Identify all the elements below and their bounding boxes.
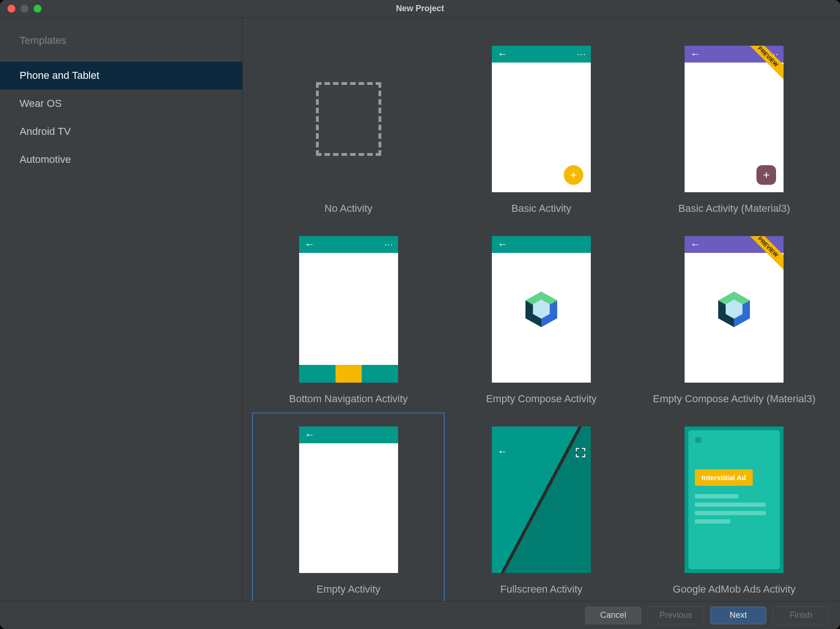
dialog-body: Templates Phone and Tablet Wear OS Andro… bbox=[0, 18, 840, 601]
compose-logo-icon bbox=[717, 291, 751, 328]
template-basic-activity-m3[interactable]: ← ⋮ PREVIEW + Basic Activity (Material3) bbox=[638, 32, 831, 222]
cancel-button[interactable]: Cancel bbox=[585, 607, 641, 624]
template-basic-activity[interactable]: ← ⋮ + Basic Activity bbox=[445, 32, 637, 222]
minimize-window-icon[interactable] bbox=[21, 5, 28, 13]
templates-sidebar: Templates Phone and Tablet Wear OS Andro… bbox=[0, 18, 243, 601]
template-thumbnail: ← bbox=[492, 236, 591, 383]
back-arrow-icon: ← bbox=[305, 429, 315, 441]
template-empty-compose-m3[interactable]: ← PREVIEW Empty Compose Activity (Materi… bbox=[638, 222, 831, 412]
template-fullscreen-activity[interactable]: ← ← Fullscreen Activity bbox=[445, 412, 637, 601]
back-arrow-icon: ← bbox=[690, 48, 700, 60]
next-button[interactable]: Next bbox=[710, 607, 766, 624]
close-window-icon[interactable] bbox=[7, 5, 15, 13]
new-project-window: New Project Templates Phone and Tablet W… bbox=[0, 0, 840, 629]
template-label: Fullscreen Activity bbox=[500, 583, 582, 595]
dialog-footer: Cancel Previous Next Finish bbox=[0, 601, 840, 629]
overflow-menu-icon: ⋮ bbox=[576, 50, 587, 58]
template-label: Empty Compose Activity (Material3) bbox=[653, 393, 815, 405]
window-title: New Project bbox=[396, 4, 444, 14]
bottom-nav-icon bbox=[299, 365, 398, 383]
appbar-icon: ← ⋮ bbox=[492, 46, 591, 63]
zoom-window-icon[interactable] bbox=[34, 5, 42, 13]
fab-plus-icon: + bbox=[756, 165, 776, 185]
template-label: No Activity bbox=[324, 203, 372, 215]
template-label: Basic Activity bbox=[511, 203, 571, 215]
template-label: Google AdMob Ads Activity bbox=[673, 583, 796, 595]
ad-button-label: Interstitial Ad bbox=[695, 469, 752, 486]
finish-button[interactable]: Finish bbox=[773, 607, 829, 624]
sidebar-item-phone-tablet[interactable]: Phone and Tablet bbox=[0, 62, 242, 90]
sidebar-item-wear-os[interactable]: Wear OS bbox=[0, 90, 242, 118]
back-arrow-icon: ← bbox=[497, 446, 508, 458]
template-admob-ads[interactable]: Interstitial Ad Google AdMob Ads Activit… bbox=[638, 412, 831, 601]
template-thumbnail: Interstitial Ad bbox=[685, 426, 784, 573]
back-arrow-icon: ← bbox=[305, 238, 315, 251]
template-label: Bottom Navigation Activity bbox=[289, 393, 407, 405]
dashed-placeholder-icon bbox=[316, 82, 381, 156]
sidebar-item-android-tv[interactable]: Android TV bbox=[0, 118, 242, 146]
appbar-icon: ← bbox=[299, 426, 398, 443]
ad-card-icon: Interstitial Ad bbox=[688, 430, 780, 569]
template-no-activity[interactable]: No Activity bbox=[252, 32, 445, 222]
template-thumbnail: ← ⋮ + bbox=[492, 46, 591, 192]
template-thumbnail: ← bbox=[299, 426, 398, 573]
fullscreen-icon bbox=[576, 448, 585, 457]
back-arrow-icon: ← bbox=[497, 48, 508, 60]
back-arrow-icon: ← bbox=[690, 238, 700, 251]
fab-plus-icon: + bbox=[564, 165, 583, 185]
template-empty-compose[interactable]: ← Empty Compose Activity bbox=[445, 222, 637, 412]
template-label: Basic Activity (Material3) bbox=[679, 203, 791, 215]
template-label: Empty Compose Activity bbox=[486, 393, 596, 405]
titlebar: New Project bbox=[0, 0, 840, 18]
template-thumbnail: ← PREVIEW bbox=[685, 236, 784, 383]
template-label: Empty Activity bbox=[316, 583, 380, 595]
template-thumbnail: ← ⋮ bbox=[299, 236, 398, 383]
appbar-icon: ← bbox=[492, 236, 591, 253]
template-thumbnail: ← ← bbox=[492, 426, 591, 573]
template-empty-activity[interactable]: ← Empty Activity bbox=[252, 412, 445, 601]
sidebar-item-automotive[interactable]: Automotive bbox=[0, 146, 242, 174]
template-gallery[interactable]: No Activity ← ⋮ + Basic Activity bbox=[243, 18, 840, 601]
compose-logo-icon bbox=[525, 291, 558, 328]
sidebar-heading: Templates bbox=[0, 26, 242, 62]
template-thumbnail: ← ⋮ PREVIEW + bbox=[685, 46, 784, 192]
back-arrow-icon: ← bbox=[497, 238, 508, 251]
previous-button[interactable]: Previous bbox=[648, 607, 704, 624]
appbar-icon: ← ⋮ bbox=[299, 236, 398, 253]
window-controls bbox=[7, 5, 42, 13]
template-thumbnail bbox=[299, 46, 398, 192]
overflow-menu-icon: ⋮ bbox=[384, 241, 394, 248]
template-bottom-navigation[interactable]: ← ⋮ Bottom Navigation Activity bbox=[252, 222, 445, 412]
